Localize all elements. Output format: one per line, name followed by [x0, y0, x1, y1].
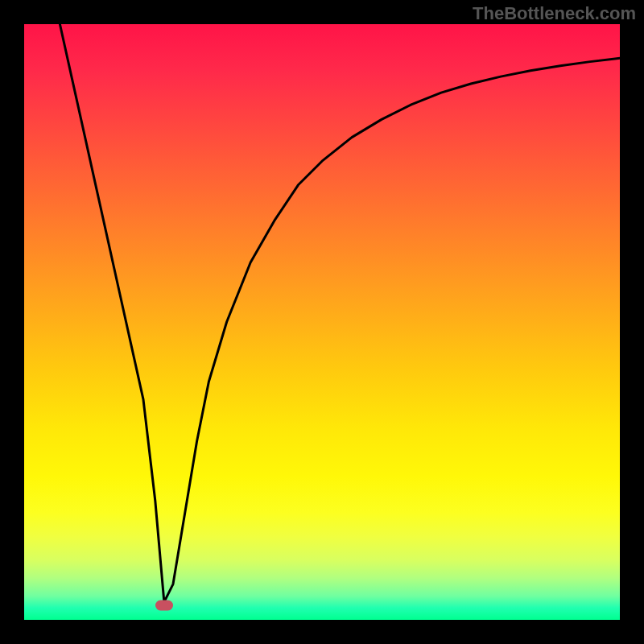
minimum-marker [155, 600, 173, 610]
bottleneck-curve-line [60, 24, 620, 602]
curve-svg [24, 24, 620, 620]
chart-container: TheBottleneck.com [0, 0, 644, 644]
watermark-text: TheBottleneck.com [473, 3, 636, 24]
plot-area [24, 24, 620, 620]
